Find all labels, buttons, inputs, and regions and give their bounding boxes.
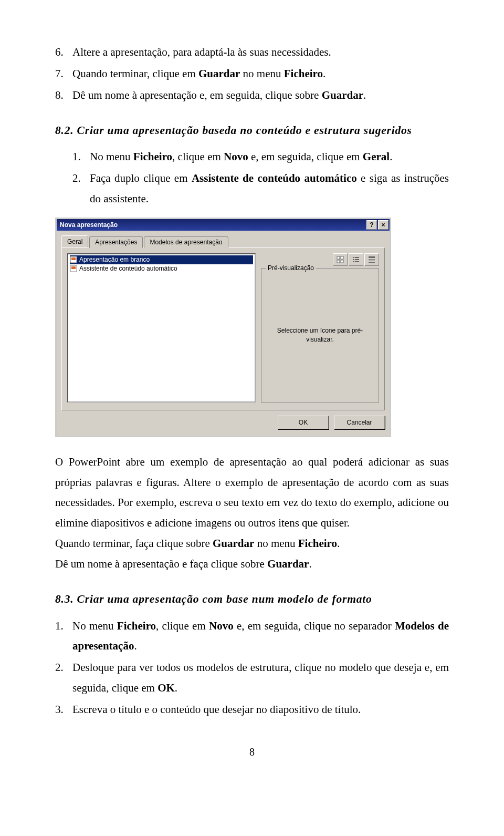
svg-rect-4 <box>337 256 340 259</box>
list-number: 6. <box>55 42 72 63</box>
svg-rect-14 <box>369 256 375 258</box>
svg-rect-3 <box>71 266 76 269</box>
list-item-label: Apresentação em branco <box>79 256 150 263</box>
preview-legend: Pré-visualização <box>266 264 316 272</box>
sublist-item-1: 1. No menu Ficheiro, clique em Novo e, e… <box>55 147 449 167</box>
dialog-title: Nova apresentação <box>60 221 365 229</box>
paragraph-name-instruction: Dê um nome à apresentação e faça clique … <box>55 554 449 574</box>
close-button[interactable]: × <box>378 220 388 230</box>
list-text: Escreva o título e o conteúdo que deseja… <box>72 699 449 720</box>
details-icon <box>368 256 375 263</box>
svg-rect-6 <box>337 260 340 263</box>
titlebar: Nova apresentação ? × <box>57 219 390 231</box>
paragraph-save-instruction: Quando terminar, faça clique sobre Guard… <box>55 533 449 554</box>
tab-geral[interactable]: Geral <box>61 235 88 247</box>
view-large-icons-button[interactable] <box>333 253 348 266</box>
svg-rect-5 <box>341 256 343 259</box>
template-listbox[interactable]: Apresentação em branco Assistente de con… <box>67 253 256 402</box>
s83-item-1: 1. No menu Ficheiro, clique em Novo e, e… <box>55 616 449 657</box>
svg-rect-10 <box>353 259 354 260</box>
s83-item-2: 2. Desloque para ver todos os modelos de… <box>55 657 449 698</box>
tabstrip: Geral Apresentações Modelos de apresenta… <box>61 235 385 247</box>
list-number: 8. <box>55 85 72 106</box>
sublist-item-2: 2. Faça duplo clique em Assistente de co… <box>55 168 449 209</box>
tab-modelos[interactable]: Modelos de apresentação <box>144 236 228 248</box>
list-number: 2. <box>72 168 90 209</box>
list-number: 7. <box>55 64 72 84</box>
list-number: 3. <box>55 699 72 720</box>
svg-rect-8 <box>353 257 354 258</box>
list-item-8: 8. Dê um nome à apresentação e, em segui… <box>55 85 449 106</box>
svg-rect-9 <box>355 257 359 258</box>
svg-rect-11 <box>355 259 359 260</box>
paragraph-explanation: O PowerPoint abre um exemplo de apresent… <box>55 452 449 533</box>
svg-rect-12 <box>353 261 354 262</box>
list-text: Faça duplo clique em Assistente de conte… <box>90 168 449 209</box>
list-text: Dê um nome à apresentação e, em seguida,… <box>72 85 449 106</box>
list-number: 2. <box>55 657 72 698</box>
list-icon <box>352 256 360 263</box>
preview-column: Pré-visualização Seleccione um ícone par… <box>261 253 379 402</box>
svg-rect-7 <box>341 260 343 263</box>
svg-rect-17 <box>369 262 375 263</box>
cancel-button[interactable]: Cancelar <box>334 416 385 429</box>
view-mode-buttons <box>261 253 379 265</box>
preview-hint: Seleccione um ícone para pré-visualizar. <box>265 326 375 344</box>
dialog-body: Geral Apresentações Modelos de apresenta… <box>57 231 390 436</box>
list-number: 1. <box>55 616 72 657</box>
list-text: No menu Ficheiro, clique em Novo e, em s… <box>90 147 449 167</box>
dialog-new-presentation: Nova apresentação ? × Geral Apresentaçõe… <box>55 218 391 437</box>
heading-8-3: 8.3. Criar uma apresentação com base num… <box>55 589 449 610</box>
list-item-autocontent-wizard[interactable]: Assistente de conteúdo automático <box>70 264 253 273</box>
list-text: Desloque para ver todos os modelos de es… <box>72 657 449 698</box>
template-list-column: Apresentação em branco Assistente de con… <box>67 253 256 402</box>
list-item-blank-presentation[interactable]: Apresentação em branco <box>70 255 253 264</box>
view-list-button[interactable] <box>349 253 363 266</box>
svg-rect-1 <box>71 257 76 260</box>
list-item-label: Assistente de conteúdo automático <box>79 265 177 272</box>
large-icons-icon <box>337 256 344 263</box>
list-number: 1. <box>72 147 90 167</box>
help-icon: ? <box>370 222 373 228</box>
svg-rect-13 <box>355 261 359 262</box>
svg-rect-15 <box>369 259 375 260</box>
tab-apresentacoes[interactable]: Apresentações <box>89 236 143 248</box>
tab-panel-geral: Apresentação em branco Assistente de con… <box>61 247 385 410</box>
page-number: 8 <box>55 746 449 758</box>
preview-fieldset: Pré-visualização Seleccione um ícone par… <box>261 268 379 402</box>
list-item-7: 7. Quando terminar, clique em Guardar no… <box>55 64 449 84</box>
list-text: Altere a apresentação, para adaptá-la às… <box>72 42 449 63</box>
view-details-button[interactable] <box>364 253 379 266</box>
ok-button[interactable]: OK <box>278 416 329 429</box>
s83-item-3: 3. Escreva o título e o conteúdo que des… <box>55 699 449 720</box>
svg-rect-16 <box>369 261 375 261</box>
list-text: No menu Ficheiro, clique em Novo e, em s… <box>72 616 449 657</box>
presentation-icon <box>70 256 77 263</box>
presentation-icon <box>70 265 77 272</box>
heading-8-2: 8.2. Criar uma apresentação baseda no co… <box>55 120 449 141</box>
list-item-6: 6. Altere a apresentação, para adaptá-la… <box>55 42 449 63</box>
help-button[interactable]: ? <box>366 220 377 230</box>
list-text: Quando terminar, clique em Guardar no me… <box>72 64 449 84</box>
dialog-button-row: OK Cancelar <box>61 416 385 429</box>
close-icon: × <box>381 222 385 228</box>
